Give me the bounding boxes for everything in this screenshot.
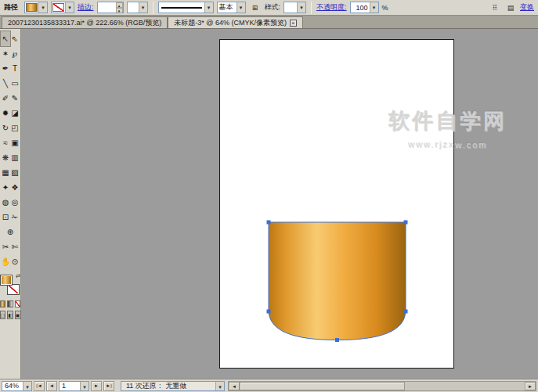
eyedropper-tool[interactable]: ✦: [1, 180, 10, 195]
spinner-down-icon[interactable]: ▾: [116, 8, 123, 13]
line-segment-tool[interactable]: ╲: [1, 76, 10, 91]
blob-brush-tool[interactable]: ✹: [1, 106, 10, 120]
none-button[interactable]: [15, 300, 20, 307]
scroll-left-icon[interactable]: ◄: [229, 382, 240, 390]
blend-tool[interactable]: ❖: [10, 180, 20, 195]
opacity-value[interactable]: 100: [351, 4, 370, 12]
anchor-point[interactable]: [267, 310, 271, 314]
close-icon[interactable]: ×: [290, 20, 297, 27]
swap-fill-stroke-icon[interactable]: ⇄: [16, 273, 20, 279]
hand-tool[interactable]: ✋: [1, 254, 10, 269]
selected-gradient-shape[interactable]: [269, 222, 406, 340]
scale-tool[interactable]: ◰: [10, 120, 20, 135]
slice-tool[interactable]: ✁: [10, 210, 20, 225]
pen-tool[interactable]: ✒: [1, 61, 10, 76]
color-button[interactable]: [0, 300, 5, 307]
transform-link[interactable]: 变换: [520, 2, 534, 13]
screen-mode-row: ▢ ◧ ▣: [0, 311, 20, 319]
anchor-point[interactable]: [404, 310, 408, 314]
first-page-button[interactable]: |◄: [34, 381, 45, 391]
opacity-link[interactable]: 不透明度:: [316, 2, 347, 13]
paintbrush-tool[interactable]: ✐: [1, 91, 10, 106]
history-status-combo[interactable]: 11 次还原： 无重做 ▾: [121, 381, 225, 391]
opacity-field[interactable]: 100 ▾: [350, 2, 379, 13]
scrollbar-track[interactable]: [240, 382, 525, 390]
brush-stroke-preview: [161, 7, 202, 9]
full-screen-menu-mode-icon[interactable]: ◧: [7, 311, 13, 319]
horizontal-scrollbar[interactable]: ◄ ►: [228, 381, 536, 391]
brush-definition-combo[interactable]: ▾: [158, 2, 214, 13]
chevron-down-icon[interactable]: ▾: [237, 2, 245, 13]
full-screen-mode-icon[interactable]: ▣: [15, 311, 21, 319]
tools-panel: ↖⇖✶℘✒T╲▭✐✎✹◪↻◰≈▣❋▥▦▧✦❖◍◎⊡✁⊕✂✄✋⊙ ⇄ ▢ ◧ ▣: [0, 29, 21, 379]
anchor-point[interactable]: [267, 221, 271, 225]
selection-tool[interactable]: ↖: [1, 31, 10, 46]
lasso-tool[interactable]: ℘: [10, 46, 20, 61]
brush-basic-combo[interactable]: 基本 ▾: [217, 2, 246, 13]
divider: [311, 2, 312, 14]
type-tool[interactable]: T: [10, 61, 20, 76]
live-paint-bucket-tool[interactable]: ◍: [1, 195, 10, 210]
rectangle-tool[interactable]: ▭: [10, 76, 20, 91]
scroll-right-icon[interactable]: ►: [525, 382, 536, 390]
page-value[interactable]: 1: [60, 382, 80, 390]
page-combo[interactable]: 1 ▾: [59, 381, 89, 391]
chevron-down-icon[interactable]: ▾: [38, 2, 47, 13]
anchor-point[interactable]: [335, 338, 339, 342]
scissors-tool[interactable]: ✂: [1, 239, 10, 254]
chevron-down-icon[interactable]: ▾: [139, 2, 147, 13]
mesh-tool[interactable]: ▦: [1, 165, 10, 180]
chevron-down-icon[interactable]: ▾: [65, 2, 74, 13]
tab-document-1[interactable]: 20071230135833317.ai* @ 222.66% (RGB/预览): [2, 16, 168, 28]
normal-screen-mode-icon[interactable]: ▢: [0, 311, 5, 319]
direct-selection-tool[interactable]: ⇖: [10, 31, 20, 46]
crop-area-tool[interactable]: ⊡: [1, 210, 10, 225]
artboard-tool[interactable]: ⊕: [1, 225, 20, 239]
brush-basic-value: 基本: [218, 2, 237, 13]
spinner-up-icon[interactable]: ▴: [116, 2, 123, 8]
chevron-down-icon[interactable]: ▾: [297, 2, 305, 13]
canvas-area[interactable]: 软件自学网 www.rjzxw.com: [21, 29, 538, 379]
stroke-swatch[interactable]: [7, 284, 20, 295]
stroke-weight-field[interactable]: ▴ ▾: [97, 2, 124, 13]
magic-wand-tool[interactable]: ✶: [1, 46, 10, 61]
stroke-panel-link[interactable]: 描边:: [78, 2, 94, 13]
scrollbar-thumb[interactable]: [240, 382, 405, 390]
column-graph-tool[interactable]: ▥: [10, 150, 20, 165]
recolor-artwork-icon[interactable]: ⊞: [249, 2, 262, 14]
align-panel-icon[interactable]: ⠿: [489, 2, 501, 14]
fill-swatch[interactable]: [0, 275, 13, 286]
last-page-button[interactable]: ►|: [103, 381, 114, 391]
gradient-tool[interactable]: ▧: [10, 165, 20, 180]
free-transform-tool[interactable]: ▣: [10, 135, 20, 150]
chevron-down-icon[interactable]: ▾: [215, 382, 224, 390]
warp-tool[interactable]: ≈: [1, 135, 10, 150]
anchor-point[interactable]: [404, 221, 408, 225]
fill-stroke-indicator[interactable]: ⇄: [0, 273, 20, 297]
gradient-button[interactable]: [7, 300, 13, 307]
fill-color-combo[interactable]: ▾: [24, 2, 48, 13]
stroke-weight-spinner[interactable]: ▴ ▾: [116, 2, 123, 13]
pencil-tool[interactable]: ✎: [10, 91, 20, 106]
chevron-down-icon[interactable]: ▾: [204, 2, 213, 13]
prev-page-button[interactable]: ◄: [46, 381, 57, 391]
rotate-tool[interactable]: ↻: [1, 120, 10, 135]
width-profile-combo[interactable]: ▾: [127, 2, 148, 13]
live-paint-selection-tool[interactable]: ◎: [10, 195, 20, 210]
symbol-sprayer-tool[interactable]: ❋: [1, 150, 10, 165]
knife-tool[interactable]: ✄: [10, 239, 20, 254]
zoom-value[interactable]: 64%: [2, 382, 23, 390]
options-panel-icon[interactable]: ▤: [504, 2, 517, 14]
eraser-tool[interactable]: ◪: [10, 106, 20, 120]
zoom-tool[interactable]: ⊙: [10, 254, 20, 269]
stroke-weight-value[interactable]: [98, 2, 115, 13]
zoom-combo[interactable]: 64% ▾: [2, 381, 32, 391]
graphic-style-combo[interactable]: ▾: [283, 2, 306, 13]
stroke-color-combo[interactable]: ▾: [51, 2, 74, 13]
chevron-down-icon[interactable]: ▾: [80, 382, 88, 390]
chevron-down-icon[interactable]: ▾: [23, 382, 31, 390]
next-page-button[interactable]: ►: [91, 381, 102, 391]
history-status-text: 11 次还原： 无重做: [121, 381, 215, 391]
chevron-right-icon[interactable]: ▾: [370, 2, 378, 13]
tab-document-2[interactable]: 未标题-3* @ 64% (CMYK/像素预览) ×: [168, 16, 303, 28]
